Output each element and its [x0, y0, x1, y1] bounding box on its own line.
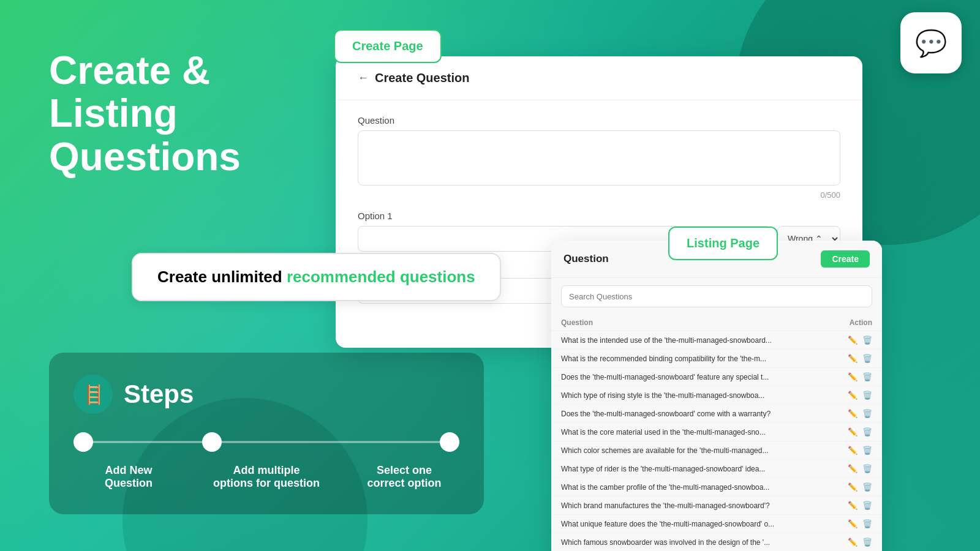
delete-icon[interactable]: 🗑️	[862, 391, 872, 400]
edit-icon[interactable]: ✏️	[848, 538, 858, 547]
list-item-text: Does the 'the-multi-managed-snowboard' f…	[561, 373, 806, 381]
listing-panel-title: Question	[564, 253, 609, 265]
create-page-tab[interactable]: Create Page	[334, 29, 442, 63]
steps-card: 🪜 Steps Add NewQuestion Add multipleopti…	[49, 353, 484, 514]
steps-title: Steps	[124, 380, 194, 409]
delete-icon[interactable]: 🗑️	[862, 501, 872, 510]
list-item[interactable]: Which famous snowboarder was involved in…	[551, 533, 882, 551]
list-item[interactable]: Does the 'the-multi-managed-snowboard' c…	[551, 405, 882, 423]
question-label: Question	[358, 115, 840, 126]
listing-page-tab[interactable]: Listing Page	[668, 227, 778, 260]
option1-label: Option 1	[358, 211, 840, 221]
hero-title: Create & Listing Questions	[49, 49, 241, 178]
edit-icon[interactable]: ✏️	[848, 372, 858, 381]
char-count: 0/500	[358, 190, 840, 200]
banner-suffix: recommended questions	[287, 268, 475, 286]
list-item[interactable]: What is the core material used in the 't…	[551, 423, 882, 441]
listing-panel: Question Create Question Action What is …	[551, 241, 882, 551]
listing-create-button[interactable]: Create	[821, 250, 870, 268]
question-textarea[interactable]	[358, 130, 840, 186]
edit-icon[interactable]: ✏️	[848, 464, 858, 473]
list-item-text: Which color schemes are available for th…	[561, 446, 806, 455]
edit-icon[interactable]: ✏️	[848, 519, 858, 528]
app-icon: 💬	[900, 12, 962, 73]
delete-icon[interactable]: 🗑️	[862, 538, 872, 547]
list-item-text: What is the core material used in the 't…	[561, 428, 806, 437]
search-bar	[561, 285, 872, 307]
list-item[interactable]: What type of rider is the 'the-multi-man…	[551, 460, 882, 478]
delete-icon[interactable]: 🗑️	[862, 446, 872, 455]
steps-icon: 🪜	[74, 375, 113, 414]
list-item[interactable]: What is the recommended binding compatib…	[551, 350, 882, 368]
step-dot-1	[74, 432, 93, 452]
question-list: What is the intended use of the 'the-mul…	[551, 331, 882, 551]
list-item[interactable]: What unique feature does the 'the-multi-…	[551, 515, 882, 533]
list-item-text: What type of rider is the 'the-multi-man…	[561, 465, 806, 473]
step-label-3: Select onecorrect option	[349, 464, 459, 490]
step-label-1: Add NewQuestion	[74, 464, 184, 490]
list-item-text: Which famous snowboarder was involved in…	[561, 538, 806, 547]
delete-icon[interactable]: 🗑️	[862, 409, 872, 418]
list-item-text: What is the recommended binding compatib…	[561, 354, 806, 363]
delete-icon[interactable]: 🗑️	[862, 372, 872, 381]
edit-icon[interactable]: ✏️	[848, 391, 858, 400]
edit-icon[interactable]: ✏️	[848, 427, 858, 437]
edit-icon[interactable]: ✏️	[848, 335, 858, 345]
edit-icon[interactable]: ✏️	[848, 409, 858, 418]
step-dot-3	[440, 432, 459, 452]
edit-icon[interactable]: ✏️	[848, 501, 858, 510]
delete-icon[interactable]: 🗑️	[862, 335, 872, 345]
back-arrow[interactable]: ←	[358, 72, 369, 84]
edit-icon[interactable]: ✏️	[848, 482, 858, 492]
step-label-2: Add multipleoptions for question	[211, 464, 322, 490]
steps-labels: Add NewQuestion Add multipleoptions for …	[74, 464, 459, 490]
list-table-header: Question Action	[551, 315, 882, 331]
list-item-text: What is the camber profile of the 'the-m…	[561, 483, 806, 492]
list-item[interactable]: Which color schemes are available for th…	[551, 441, 882, 460]
unlimited-banner: Create unlimited recommended questions	[132, 253, 501, 301]
delete-icon[interactable]: 🗑️	[862, 464, 872, 473]
edit-icon[interactable]: ✏️	[848, 354, 858, 363]
list-item[interactable]: What is the intended use of the 'the-mul…	[551, 331, 882, 350]
list-item[interactable]: Which brand manufactures the 'the-multi-…	[551, 497, 882, 515]
search-input[interactable]	[561, 285, 872, 307]
list-item[interactable]: What is the camber profile of the 'the-m…	[551, 478, 882, 497]
edit-icon[interactable]: ✏️	[848, 446, 858, 455]
list-item-text: What is the intended use of the 'the-mul…	[561, 336, 806, 345]
panel-title: Create Question	[375, 71, 469, 85]
list-item-text: Which type of rising style is the 'the-m…	[561, 391, 806, 400]
banner-prefix: Create unlimited	[157, 268, 282, 286]
list-item-text: Does the 'the-multi-managed-snowboard' c…	[561, 410, 806, 418]
step-dot-2	[202, 432, 222, 452]
list-item[interactable]: Does the 'the-multi-managed-snowboard' f…	[551, 368, 882, 386]
list-item-text: What unique feature does the 'the-multi-…	[561, 520, 806, 528]
list-item-text: Which brand manufactures the 'the-multi-…	[561, 501, 806, 510]
list-item[interactable]: Which type of rising style is the 'the-m…	[551, 386, 882, 405]
col-question: Question	[561, 318, 593, 327]
delete-icon[interactable]: 🗑️	[862, 519, 872, 528]
steps-timeline	[74, 432, 459, 452]
delete-icon[interactable]: 🗑️	[862, 427, 872, 437]
delete-icon[interactable]: 🗑️	[862, 354, 872, 363]
col-action: Action	[850, 318, 872, 327]
delete-icon[interactable]: 🗑️	[862, 482, 872, 492]
